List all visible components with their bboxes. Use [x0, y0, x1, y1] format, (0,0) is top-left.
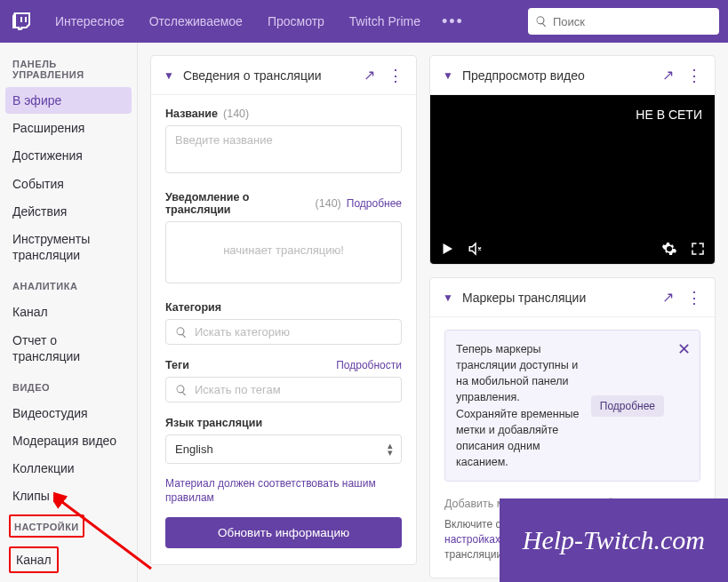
nav-prime[interactable]: Twitch Prime: [346, 14, 424, 28]
sidebar-head-video: ВИДЕО: [12, 382, 124, 393]
nav-following[interactable]: Отслеживаемое: [146, 14, 246, 28]
sidebar-link-collections[interactable]: Коллекции: [5, 455, 132, 482]
popout-icon[interactable]: ↗: [662, 67, 674, 84]
fullscreen-icon[interactable]: [690, 241, 706, 257]
nav-browse[interactable]: Просмотр: [264, 14, 328, 28]
sidebar-link-actions[interactable]: Действия: [5, 198, 132, 225]
card-menu-icon[interactable]: ⋮: [686, 290, 702, 306]
sidebar-link-channel-settings[interactable]: Канал: [14, 550, 53, 570]
notify-input[interactable]: [165, 221, 402, 283]
nav-discover[interactable]: Интересное: [52, 14, 128, 28]
sidebar-link-events[interactable]: События: [5, 171, 132, 197]
stream-info-title: Сведения о трансляции: [183, 68, 349, 83]
sidebar-link-stream-report[interactable]: Отчет о трансляции: [5, 327, 132, 370]
markers-more-button[interactable]: Подробнее: [591, 395, 664, 417]
collapse-icon[interactable]: ▼: [443, 291, 453, 304]
sidebar-link-achievements[interactable]: Достижения: [5, 142, 132, 169]
sidebar-link-video-moderation[interactable]: Модерация видео: [5, 427, 132, 454]
watermark: Help-Twitch.com: [500, 498, 728, 582]
search-box[interactable]: [528, 8, 719, 35]
category-search[interactable]: [165, 319, 402, 345]
lang-select[interactable]: English: [165, 435, 402, 464]
tags-input[interactable]: [195, 383, 392, 396]
title-label: Название: [165, 108, 218, 120]
search-icon: [535, 15, 548, 28]
card-menu-icon[interactable]: ⋮: [686, 68, 702, 84]
sidebar-link-channel-analytics[interactable]: Канал: [5, 299, 132, 325]
search-icon: [175, 384, 188, 396]
settings-icon[interactable]: [661, 241, 677, 257]
rules-footnote[interactable]: Материал должен соответствовать нашим пр…: [165, 476, 402, 505]
title-input[interactable]: [165, 125, 402, 173]
search-input[interactable]: [553, 15, 712, 28]
notify-count: (140): [316, 197, 341, 210]
title-count: (140): [223, 108, 249, 120]
popout-icon[interactable]: ↗: [364, 67, 375, 84]
sidebar-link-clips[interactable]: Клипы: [5, 482, 132, 509]
play-icon[interactable]: [439, 241, 455, 257]
lang-label: Язык трансляции: [165, 417, 262, 429]
sidebar-link-extensions[interactable]: Расширения: [5, 115, 132, 141]
category-input[interactable]: [195, 325, 392, 339]
tags-search[interactable]: [165, 377, 402, 403]
mute-icon[interactable]: [468, 241, 484, 257]
tags-more-link[interactable]: Подробности: [336, 359, 402, 371]
category-label: Категория: [165, 301, 221, 314]
sidebar-link-video-producer[interactable]: Видеостудия: [5, 400, 132, 427]
notify-more-link[interactable]: Подробнее: [347, 197, 402, 210]
stream-info-card: ▼ Сведения о трансляции ↗ ⋮ Название(140…: [150, 55, 417, 565]
sidebar-link-stream-tools[interactable]: Инструменты трансляции: [5, 226, 132, 268]
sidebar: ПАНЕЛЬ УПРАВЛЕНИЯ В эфире Расширения Дос…: [0, 43, 138, 582]
sidebar-head-dashboard: ПАНЕЛЬ УПРАВЛЕНИЯ: [12, 59, 124, 80]
preview-title: Предпросмотр видео: [462, 68, 648, 83]
collapse-icon[interactable]: ▼: [443, 69, 453, 82]
update-info-button[interactable]: Обновить информацию: [165, 517, 402, 548]
markers-banner: Теперь маркеры трансляции доступны и на …: [444, 330, 700, 482]
sidebar-head-analytics: АНАЛИТИКА: [12, 281, 124, 291]
tags-label: Теги: [165, 359, 189, 371]
sidebar-link-live[interactable]: В эфире: [5, 87, 132, 114]
offline-badge: НЕ В СЕТИ: [636, 108, 702, 122]
nav-more-icon[interactable]: •••: [442, 12, 464, 31]
card-menu-icon[interactable]: ⋮: [388, 68, 404, 84]
sidebar-head-settings: НАСТРОЙКИ: [14, 522, 79, 532]
notify-label: Уведомление о трансляции: [165, 191, 310, 216]
close-icon[interactable]: ✕: [677, 339, 691, 359]
markers-banner-text: Теперь маркеры трансляции доступны и на …: [456, 341, 582, 470]
preview-card: ▼ Предпросмотр видео ↗ ⋮ НЕ В СЕТИ: [429, 55, 716, 265]
video-preview[interactable]: НЕ В СЕТИ: [430, 95, 715, 264]
collapse-icon[interactable]: ▼: [164, 69, 174, 82]
search-icon: [175, 326, 188, 339]
markers-title: Маркеры трансляции: [462, 291, 648, 305]
popout-icon[interactable]: ↗: [662, 289, 674, 306]
twitch-logo[interactable]: [9, 9, 34, 34]
